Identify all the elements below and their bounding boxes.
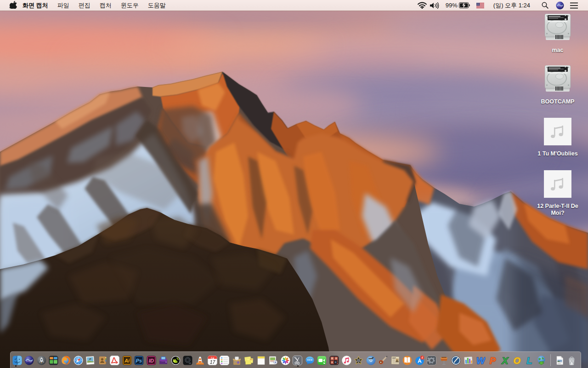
svg-text:W: W	[476, 356, 486, 365]
svg-text:ID: ID	[149, 357, 154, 363]
svg-text:17: 17	[209, 359, 215, 364]
svg-text:O: O	[514, 356, 521, 365]
svg-text:4: 4	[421, 356, 423, 359]
svg-text:Ai: Ai	[124, 357, 130, 363]
svg-text:X: X	[501, 356, 509, 365]
svg-text:P: P	[490, 356, 496, 365]
svg-text:Ps: Ps	[136, 357, 142, 363]
svg-text:Plan: Plan	[250, 359, 253, 361]
svg-text:L: L	[526, 356, 532, 365]
